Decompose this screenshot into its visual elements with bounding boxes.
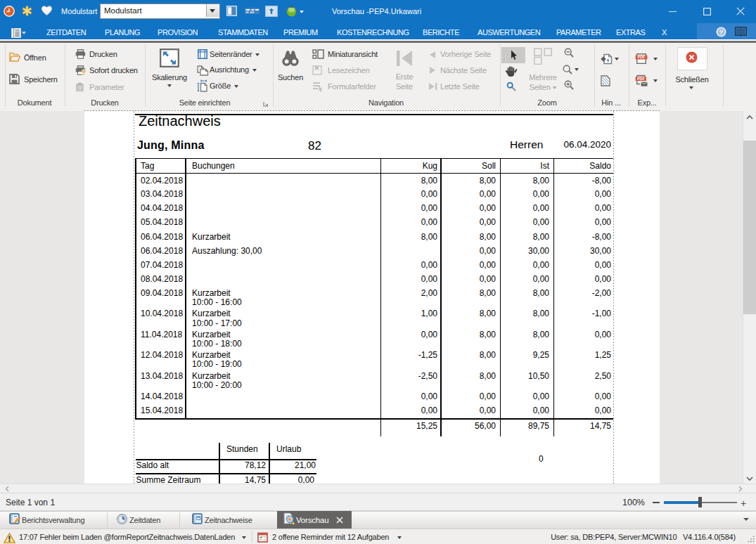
svg-text:PDF: PDF bbox=[637, 77, 645, 81]
svg-text:?: ? bbox=[719, 28, 724, 36]
svg-text:?: ? bbox=[78, 85, 82, 91]
svg-text:PDF: PDF bbox=[638, 55, 646, 59]
